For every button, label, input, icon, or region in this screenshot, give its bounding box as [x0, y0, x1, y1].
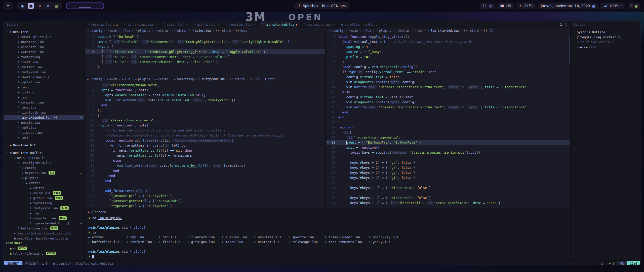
tree-item[interactable]: TERMINALS [4, 241, 84, 246]
breadcrumb-segment[interactable]: ▰nvim [348, 29, 358, 32]
code-pane-rustywind-lua[interactable]: 3 [1]"williamboman/mason.nvim",4 opts = … [85, 82, 325, 209]
circle-app-icon[interactable]: ◉ [20, 3, 25, 8]
tree-item[interactable]: ☾rustywind.lua#726 [4, 206, 84, 211]
breadcrumb-segment[interactable]: ▰formatting [174, 77, 194, 81]
date-widget[interactable]: jueves, noviembre 16, 2023▦ [538, 3, 598, 9]
tree-item[interactable]: ▾▰lsp [4, 211, 84, 216]
grid-app-icon[interactable]: ▣ [28, 3, 34, 9]
listing-item[interactable]: ☾mason.lua [222, 240, 247, 244]
tree-item[interactable]: ☾timeout.lua [4, 130, 84, 135]
listing-item[interactable]: ☾theme-loader.lua [325, 235, 362, 240]
listing-item[interactable]: ☾lualine.lua [222, 235, 247, 240]
tree-item[interactable]: ▾▰formatting [4, 54, 84, 59]
tree-item[interactable]: ☾rustfmt.lua [4, 64, 84, 70]
breadcrumb-segment[interactable]: {}return [216, 29, 231, 32]
tree-item[interactable]: ▾▰OPEN BUFFERS in ~ [4, 155, 84, 160]
breadcrumb-segment[interactable]: ☾lsp-extended.lua [428, 29, 459, 32]
breadcrumb-segment[interactable]: ▰plugins [376, 29, 391, 32]
listing-item[interactable]: ☾neotest.lua [254, 240, 281, 244]
tree-item[interactable]: ▸▰test [4, 135, 84, 140]
breadcrumb-segment[interactable]: ƒopts [265, 77, 274, 81]
editor-tab[interactable]: ☾github.lua× [191, 21, 223, 28]
tree-item[interactable]: ▣~/.c/n/l/plugins#3980 [4, 251, 84, 256]
outline-item[interactable]: ┆◇ifif type(config.vi [571, 40, 640, 45]
listing-item[interactable]: ▰extras [88, 235, 119, 240]
listing-item[interactable]: ☾flash.lua [159, 240, 180, 244]
listing-item[interactable]: ☾neo-tree.lua [254, 235, 281, 240]
file-app-icon[interactable]: ▤ [54, 3, 59, 8]
breadcrumb-segment[interactable]: ▰extras [155, 77, 169, 81]
scrollbar-handle[interactable] [569, 36, 570, 64]
symbols-outline-panel[interactable]: ▾ Symbols Outline ▾ƒtoggle_diag_virtextf… [571, 28, 640, 260]
tree-item[interactable]: ☾compiler.lua#682 [4, 216, 84, 221]
breadcrumb-segment[interactable]: {}keys [236, 29, 247, 32]
listing-item[interactable]: ☾floaterm.lua [187, 235, 215, 240]
tree-item[interactable]: ▾▤Neo-Tree Buffers [4, 150, 84, 155]
breadcrumb-segment[interactable]: {}[2] [250, 77, 259, 81]
outline-item[interactable]: ▾ƒtoggle_diag_virtextfu [571, 35, 640, 40]
breadcrumb-segment[interactable]: ▰plugins [135, 29, 150, 32]
tree-item[interactable]: ▾▰formatting [4, 200, 84, 206]
tree-item[interactable]: ☾github.lua#654 [4, 195, 84, 200]
tree-item[interactable]: ▸◆Neo-Tree Git [4, 143, 84, 148]
listing-item[interactable]: ☾cmp.lua [127, 235, 152, 240]
listing-item[interactable]: ☾dap.lua [159, 235, 180, 240]
tree-item[interactable]: ☾lightbulb.lua [4, 110, 84, 115]
close-icon[interactable]: × [185, 23, 187, 26]
close-icon[interactable]: × [383, 23, 385, 26]
listing-item[interactable]: ☾which-key.lua [369, 235, 398, 240]
breadcrumb-segment[interactable]: ▰.config [87, 29, 102, 32]
floaterm-terminal[interactable]: ❯ cd lua/plugins/ nvim/lua/plugins via ☾… [85, 215, 570, 259]
tree-item[interactable]: ☾isort.lua [4, 59, 84, 64]
breadcrumb-segment[interactable]: ▰extras [155, 29, 169, 32]
editor-tab[interactable]: ☾lsp-extended.lua● [259, 21, 301, 28]
tree-item[interactable]: ▾▰editor [4, 185, 84, 190]
tree-item[interactable]: ☾color.lua#493 [4, 190, 84, 195]
tree-item[interactable]: ▦scrollbar-handle-vertical.p [4, 236, 84, 241]
breadcrumb-segment[interactable]: ▰lsp [415, 29, 423, 32]
breadcrumb-segment[interactable]: ☾color.lua [192, 29, 211, 32]
listing-item[interactable]: ☾conform.lua [127, 240, 152, 244]
breadcrumb-segment[interactable]: ▰plugins [135, 77, 150, 81]
tree-item[interactable]: ☾neodim.lua [4, 120, 84, 125]
tree-item[interactable]: ▾▰extras [4, 180, 84, 185]
tree-item[interactable]: ▾≣Neo-Tree [4, 29, 84, 34]
tree-item[interactable]: ▾▰.config/nvim/lua [4, 160, 84, 165]
code-pane-lsp-extended-lua[interactable]: 1local function toggle_diag_virtext()2 l… [326, 33, 570, 209]
tree-item[interactable]: ☾lsp-extended.lu[+]⊙ [4, 115, 84, 120]
listing-item[interactable]: ☾telescope.lua [289, 240, 318, 244]
editor-tab[interactable]: ▦scrollbar-handle-...× [338, 21, 388, 28]
listing-item[interactable]: ☾spectre.lua [289, 235, 318, 240]
volume-widget[interactable]: ◄)100%▾ [600, 3, 625, 9]
editor-tab[interactable]: ☾keymaps.lua⚠ 3 [85, 21, 121, 28]
neo-tree-panel[interactable]: ▾≣Neo-Tree☾smart-splits.lua☾undotree.lua… [4, 28, 84, 260]
breadcrumb-segment[interactable]: ▰lua [122, 77, 130, 81]
tree-item[interactable]: ▾▰config [4, 165, 84, 170]
link-app-icon[interactable]: ∞ [37, 3, 42, 8]
breadcrumb-segment[interactable]: ▰nvim [107, 29, 117, 32]
tree-item[interactable]: ☾shellharden.lua [4, 75, 84, 80]
tab-page-1[interactable]: 1 [560, 23, 562, 26]
tree-item[interactable]: ▾▰lsp [4, 95, 84, 100]
outline-item[interactable]: ┆◇elseelse [571, 45, 640, 50]
tree-item[interactable]: ☾bufferline.lua#328 [4, 226, 84, 231]
layout-widget[interactable]: US [497, 3, 514, 9]
breadcrumb-segment[interactable]: {}return [464, 29, 479, 32]
code-pane-color-lua[interactable]: 3event = { "BufRead" },4cmd = { [1]"CccP… [85, 33, 325, 76]
tree-item[interactable]: ☾smart-splits.lua [4, 34, 84, 39]
tree-item[interactable]: ☾sqlfmt.lua [4, 80, 84, 85]
close-icon[interactable]: × [333, 23, 335, 26]
close-icon[interactable]: × [253, 23, 255, 26]
breadcrumb-segment[interactable]: ▰.config [87, 77, 102, 81]
breadcrumb-segment[interactable]: ▰editor [174, 29, 187, 32]
copy-app-icon[interactable]: ⧉ [46, 3, 51, 8]
tree-item[interactable]: ▸▰lang [4, 85, 84, 90]
tree-item[interactable]: ☾undotree.lua [4, 39, 84, 44]
weather-widget[interactable]: ☀24°C [516, 3, 536, 9]
listing-item[interactable]: ☾yanky.lua [369, 240, 398, 244]
tree-item[interactable]: ☾repl.lua [4, 125, 84, 130]
tab-page-2[interactable]: 2 [565, 23, 567, 26]
tray-widget[interactable]: 9▣ [628, 3, 640, 9]
editor-tab[interactable]: ☾color.lua× [160, 21, 191, 28]
launcher-button[interactable]: ^ [4, 2, 13, 10]
